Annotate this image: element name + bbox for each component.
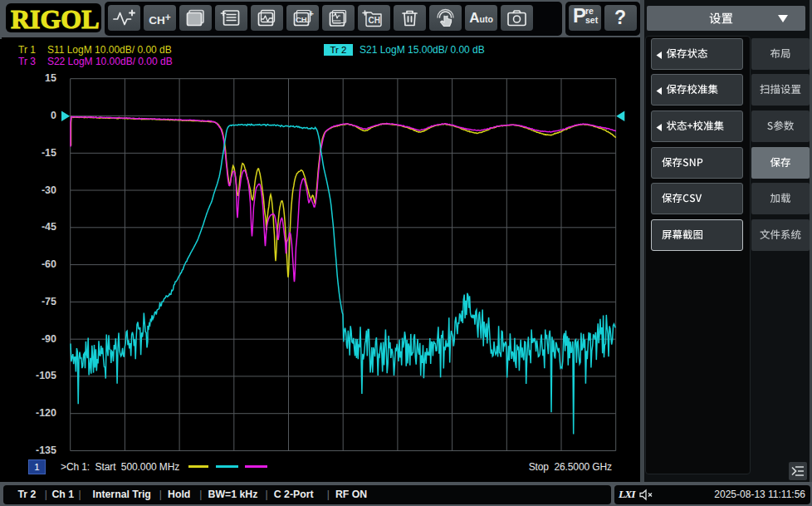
svg-text:+: + xyxy=(309,9,314,18)
svg-text:CH: CH xyxy=(369,16,380,25)
svg-text:CH: CH xyxy=(296,15,307,24)
